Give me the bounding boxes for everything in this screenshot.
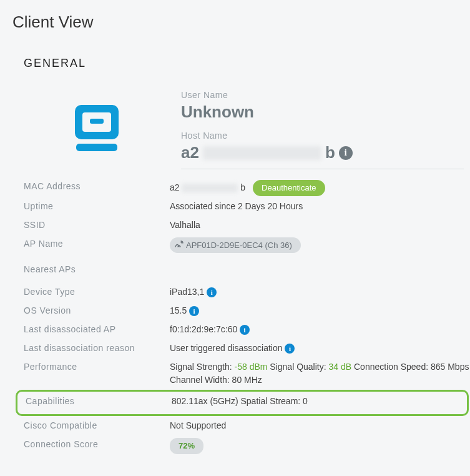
username-value: Unknown	[181, 102, 464, 122]
capabilities-label: Capabilities	[17, 395, 172, 406]
device-icon-wrap	[12, 81, 181, 171]
apname-label: AP Name	[12, 237, 170, 249]
details-rows: MAC Address a2 b Deauthenticate Uptime A…	[12, 178, 470, 456]
row-devtype: Device Type iPad13,1 i	[12, 284, 470, 302]
uptime-value: Associated since 2 Days 20 Hours	[170, 200, 470, 213]
svg-rect-3	[76, 144, 117, 151]
row-capabilities: Capabilities 802.11ax (5GHz) Spatial Str…	[17, 393, 467, 412]
row-lastap: Last disassociated AP f0:1d:2d:9e:7c:60 …	[12, 321, 470, 340]
os-value: 15.5	[170, 305, 187, 315]
device-monitor-icon	[69, 100, 125, 159]
row-nearest: Nearest APs	[12, 261, 470, 284]
performance-value: Signal Strength: -58 dBm Signal Quality:…	[170, 360, 470, 387]
row-cisco: Cisco Compatible Not Supported	[12, 417, 470, 436]
hostname-suffix: b	[325, 143, 335, 162]
score-badge: 72%	[170, 438, 203, 454]
uptime-label: Uptime	[12, 200, 170, 211]
info-icon[interactable]: i	[189, 306, 199, 316]
capabilities-value: 802.11ax (5GHz) Spatial Stream: 0	[172, 395, 467, 408]
mac-redacted	[182, 184, 238, 192]
nearest-label: Nearest APs	[12, 263, 170, 274]
divider	[181, 169, 464, 169]
row-uptime: Uptime Associated since 2 Days 20 Hours	[12, 198, 470, 217]
os-label: OS Version	[12, 304, 170, 315]
deauthenticate-button[interactable]: Deauthenticate	[253, 180, 325, 196]
ssid-value: Valhalla	[170, 219, 470, 232]
row-performance: Performance Signal Strength: -58 dBm Sig…	[12, 359, 470, 389]
signal-icon	[175, 239, 184, 250]
lastap-value: f0:1d:2d:9e:7c:60	[170, 324, 237, 334]
info-icon[interactable]: i	[240, 325, 250, 335]
cisco-label: Cisco Compatible	[12, 419, 170, 430]
devtype-value: iPad13,1	[170, 287, 204, 297]
hostname-label: Host Name	[181, 131, 464, 141]
info-icon[interactable]: i	[285, 344, 295, 354]
info-icon[interactable]: i	[339, 146, 353, 160]
performance-label: Performance	[12, 360, 170, 372]
score-label: Connection Score	[12, 438, 170, 449]
devtype-label: Device Type	[12, 285, 170, 297]
ap-badge[interactable]: APF01D-2D9E-0EC4 (Ch 36)	[170, 237, 301, 254]
hostname-prefix: a2	[181, 143, 199, 162]
row-ssid: SSID Valhalla	[12, 217, 470, 236]
hostname-redacted	[203, 146, 321, 160]
row-lastreason: Last disassociation reason User triggere…	[12, 340, 470, 359]
lastreason-value: User triggered disassociation	[170, 343, 283, 353]
lastap-label: Last disassociated AP	[12, 323, 170, 334]
page-title: Client View	[12, 12, 470, 32]
section-title-general: GENERAL	[24, 57, 470, 70]
row-os: OS Version 15.5 i	[12, 302, 470, 321]
mac-label: MAC Address	[12, 180, 170, 191]
apname-value: APF01D-2D9E-0EC4 (Ch 36)	[186, 239, 292, 252]
row-apname: AP Name APF01D-2D9E-0EC4 (Ch 36)	[12, 236, 470, 255]
capabilities-highlight: Capabilities 802.11ax (5GHz) Spatial Str…	[16, 390, 469, 416]
row-mac: MAC Address a2 b Deauthenticate	[12, 178, 470, 198]
ssid-label: SSID	[12, 219, 170, 230]
mac-value: a2 b Deauthenticate	[170, 180, 470, 196]
cisco-value: Not Supported	[170, 419, 470, 432]
lastreason-label: Last disassociation reason	[12, 342, 170, 353]
row-score: Connection Score 72%	[12, 436, 470, 456]
svg-rect-2	[90, 119, 104, 124]
info-icon[interactable]: i	[207, 287, 217, 297]
username-label: User Name	[181, 90, 464, 100]
